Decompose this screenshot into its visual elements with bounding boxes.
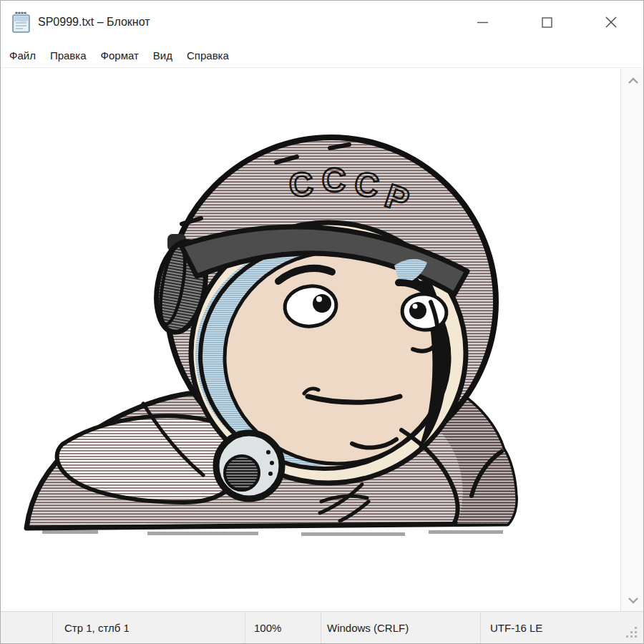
status-bar: Стр 1, стлб 1 100% Windows (CRLF) UTF-16… bbox=[1, 611, 643, 643]
ground-shadow bbox=[42, 530, 503, 536]
cosmonaut-artwork: С С С Р bbox=[1, 69, 620, 613]
menu-format[interactable]: Формат bbox=[94, 44, 146, 67]
menu-view[interactable]: Вид bbox=[146, 44, 180, 67]
status-encoding-label: UTF-16 LE bbox=[490, 622, 542, 634]
resize-grip-icon[interactable] bbox=[626, 627, 639, 640]
status-zoom-level: 100% bbox=[245, 612, 321, 643]
menu-bar: Файл Правка Формат Вид Справка bbox=[1, 44, 643, 68]
notepad-window: SP0999.txt – Блокнот Файл Правка bbox=[0, 0, 644, 644]
menu-edit[interactable]: Правка bbox=[43, 44, 94, 67]
title-bar: SP0999.txt – Блокнот bbox=[1, 1, 643, 44]
minimize-icon bbox=[477, 16, 489, 29]
chest-valve bbox=[216, 433, 282, 499]
scroll-down-button[interactable] bbox=[626, 595, 640, 605]
chevron-up-icon bbox=[628, 77, 639, 84]
status-pane-empty bbox=[1, 612, 52, 643]
notepad-icon bbox=[11, 11, 32, 34]
chevron-down-icon bbox=[628, 597, 639, 604]
minimize-button[interactable] bbox=[450, 1, 514, 44]
status-cursor-position: Стр 1, стлб 1 bbox=[52, 612, 245, 643]
window-controls bbox=[450, 1, 643, 44]
window-title: SP0999.txt – Блокнот bbox=[38, 16, 150, 29]
menu-help[interactable]: Справка bbox=[180, 44, 236, 67]
menu-file[interactable]: Файл bbox=[2, 44, 43, 67]
scroll-up-button[interactable] bbox=[626, 76, 640, 86]
maximize-button[interactable] bbox=[514, 1, 579, 44]
close-icon bbox=[605, 16, 618, 29]
vertical-scrollbar[interactable] bbox=[620, 69, 644, 613]
text-editor-area[interactable]: С С С Р bbox=[1, 69, 644, 613]
close-button[interactable] bbox=[579, 1, 643, 44]
status-encoding: UTF-16 LE bbox=[480, 612, 643, 643]
maximize-icon bbox=[541, 16, 553, 29]
svg-text:С: С bbox=[321, 160, 347, 199]
svg-text:С: С bbox=[288, 165, 315, 204]
status-line-ending: Windows (CRLF) bbox=[321, 612, 480, 643]
